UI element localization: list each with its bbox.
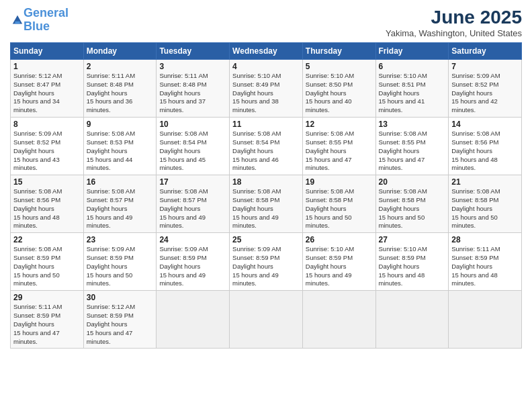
day-info: Sunrise: 5:10 AM Sunset: 8:59 PM Dayligh…: [379, 245, 446, 288]
day-info: Sunrise: 5:08 AM Sunset: 8:58 PM Dayligh…: [451, 187, 519, 230]
day-number: 28: [451, 235, 519, 244]
cell-week1-day2: 2 Sunrise: 5:11 AM Sunset: 8:48 PM Dayli…: [83, 60, 157, 118]
cell-week5-day2: 30 Sunrise: 5:12 AM Sunset: 8:59 PM Dayl…: [83, 291, 157, 349]
week-row-5: 29 Sunrise: 5:11 AM Sunset: 8:59 PM Dayl…: [11, 291, 522, 349]
cell-week2-day1: 8 Sunrise: 5:09 AM Sunset: 8:52 PM Dayli…: [11, 118, 84, 175]
col-monday: Monday: [83, 43, 157, 60]
cell-week2-day2: 9 Sunrise: 5:08 AM Sunset: 8:53 PM Dayli…: [83, 118, 157, 175]
day-info: Sunrise: 5:10 AM Sunset: 8:50 PM Dayligh…: [306, 72, 373, 115]
day-info: Sunrise: 5:08 AM Sunset: 8:55 PM Dayligh…: [379, 130, 446, 173]
logo-text: General Blue: [24, 7, 69, 34]
cell-week3-day2: 16 Sunrise: 5:08 AM Sunset: 8:57 PM Dayl…: [83, 175, 157, 233]
cell-week5-day4: [230, 291, 303, 349]
day-number: 24: [159, 235, 226, 244]
day-info: Sunrise: 5:09 AM Sunset: 8:59 PM Dayligh…: [232, 245, 300, 288]
day-info: Sunrise: 5:09 AM Sunset: 8:59 PM Dayligh…: [159, 245, 226, 288]
cell-week5-day6: [375, 291, 449, 349]
header-row: Sunday Monday Tuesday Wednesday Thursday…: [11, 43, 522, 60]
cell-week2-day6: 13 Sunrise: 5:08 AM Sunset: 8:55 PM Dayl…: [375, 118, 449, 175]
day-info: Sunrise: 5:10 AM Sunset: 8:59 PM Dayligh…: [306, 245, 373, 288]
day-number: 7: [451, 62, 519, 71]
month-year: June 2025: [386, 7, 522, 28]
day-number: 6: [379, 62, 446, 71]
col-tuesday: Tuesday: [157, 43, 230, 60]
cell-week4-day7: 28 Sunrise: 5:11 AM Sunset: 8:59 PM Dayl…: [449, 233, 522, 291]
logo-line1: General: [24, 6, 69, 19]
cell-week1-day6: 6 Sunrise: 5:10 AM Sunset: 8:51 PM Dayli…: [375, 60, 449, 118]
col-wednesday: Wednesday: [230, 43, 303, 60]
day-number: 29: [13, 293, 81, 302]
day-info: Sunrise: 5:12 AM Sunset: 8:59 PM Dayligh…: [87, 303, 154, 346]
cell-week1-day7: 7 Sunrise: 5:09 AM Sunset: 8:52 PM Dayli…: [449, 60, 522, 118]
cell-week3-day5: 19 Sunrise: 5:08 AM Sunset: 8:58 PM Dayl…: [302, 175, 375, 233]
day-number: 26: [306, 235, 373, 244]
week-row-2: 8 Sunrise: 5:09 AM Sunset: 8:52 PM Dayli…: [11, 118, 522, 175]
day-number: 30: [87, 293, 154, 302]
cell-week5-day3: [157, 291, 230, 349]
day-number: 4: [232, 62, 300, 71]
cell-week5-day5: [302, 291, 375, 349]
week-row-4: 22 Sunrise: 5:08 AM Sunset: 8:59 PM Dayl…: [11, 233, 522, 291]
day-number: 11: [232, 120, 300, 129]
day-info: Sunrise: 5:09 AM Sunset: 8:52 PM Dayligh…: [451, 72, 519, 115]
cell-week5-day7: [449, 291, 522, 349]
location: Yakima, Washington, United States: [386, 28, 522, 38]
day-number: 27: [379, 235, 446, 244]
day-number: 3: [159, 62, 226, 71]
day-info: Sunrise: 5:10 AM Sunset: 8:49 PM Dayligh…: [232, 72, 300, 115]
cell-week1-day4: 4 Sunrise: 5:10 AM Sunset: 8:49 PM Dayli…: [230, 60, 303, 118]
cell-week3-day7: 21 Sunrise: 5:08 AM Sunset: 8:58 PM Dayl…: [449, 175, 522, 233]
day-info: Sunrise: 5:08 AM Sunset: 8:58 PM Dayligh…: [232, 187, 300, 230]
day-number: 13: [379, 120, 446, 129]
day-number: 17: [159, 177, 226, 187]
cell-week1-day1: 1 Sunrise: 5:12 AM Sunset: 8:47 PM Dayli…: [11, 60, 84, 118]
day-number: 21: [451, 177, 519, 187]
cell-week2-day5: 12 Sunrise: 5:08 AM Sunset: 8:55 PM Dayl…: [302, 118, 375, 175]
day-number: 15: [13, 177, 81, 187]
day-number: 9: [87, 120, 154, 129]
title-block: June 2025 Yakima, Washington, United Sta…: [386, 7, 522, 38]
cell-week3-day3: 17 Sunrise: 5:08 AM Sunset: 8:57 PM Dayl…: [157, 175, 230, 233]
day-number: 22: [13, 235, 81, 244]
cell-week4-day1: 22 Sunrise: 5:08 AM Sunset: 8:59 PM Dayl…: [11, 233, 84, 291]
col-friday: Friday: [375, 43, 449, 60]
logo: General Blue: [10, 7, 69, 34]
cell-week2-day4: 11 Sunrise: 5:08 AM Sunset: 8:54 PM Dayl…: [230, 118, 303, 175]
day-number: 16: [87, 177, 154, 187]
cell-week4-day2: 23 Sunrise: 5:09 AM Sunset: 8:59 PM Dayl…: [83, 233, 157, 291]
cell-week4-day6: 27 Sunrise: 5:10 AM Sunset: 8:59 PM Dayl…: [375, 233, 449, 291]
day-number: 14: [451, 120, 519, 129]
calendar-body: 1 Sunrise: 5:12 AM Sunset: 8:47 PM Dayli…: [11, 60, 522, 349]
cell-week5-day1: 29 Sunrise: 5:11 AM Sunset: 8:59 PM Dayl…: [11, 291, 84, 349]
day-info: Sunrise: 5:08 AM Sunset: 8:54 PM Dayligh…: [232, 130, 300, 173]
day-number: 5: [306, 62, 373, 71]
day-number: 18: [232, 177, 300, 187]
day-number: 12: [306, 120, 373, 129]
cell-week4-day5: 26 Sunrise: 5:10 AM Sunset: 8:59 PM Dayl…: [302, 233, 375, 291]
day-info: Sunrise: 5:08 AM Sunset: 8:56 PM Dayligh…: [13, 187, 81, 230]
header: General Blue June 2025 Yakima, Washingto…: [10, 7, 522, 38]
day-info: Sunrise: 5:08 AM Sunset: 8:59 PM Dayligh…: [13, 245, 81, 288]
cell-week2-day7: 14 Sunrise: 5:08 AM Sunset: 8:56 PM Dayl…: [449, 118, 522, 175]
day-info: Sunrise: 5:11 AM Sunset: 8:48 PM Dayligh…: [159, 72, 226, 115]
day-info: Sunrise: 5:08 AM Sunset: 8:53 PM Dayligh…: [87, 130, 154, 173]
day-number: 10: [159, 120, 226, 129]
day-info: Sunrise: 5:09 AM Sunset: 8:52 PM Dayligh…: [13, 130, 81, 173]
page: General Blue June 2025 Yakima, Washingto…: [0, 0, 532, 411]
day-number: 23: [87, 235, 154, 244]
day-number: 1: [13, 62, 81, 71]
col-sunday: Sunday: [11, 43, 84, 60]
col-saturday: Saturday: [449, 43, 522, 60]
cell-week3-day4: 18 Sunrise: 5:08 AM Sunset: 8:58 PM Dayl…: [230, 175, 303, 233]
day-number: 25: [232, 235, 300, 244]
day-info: Sunrise: 5:12 AM Sunset: 8:47 PM Dayligh…: [13, 72, 81, 115]
day-info: Sunrise: 5:08 AM Sunset: 8:54 PM Dayligh…: [159, 130, 226, 173]
cell-week3-day6: 20 Sunrise: 5:08 AM Sunset: 8:58 PM Dayl…: [375, 175, 449, 233]
cell-week2-day3: 10 Sunrise: 5:08 AM Sunset: 8:54 PM Dayl…: [157, 118, 230, 175]
day-info: Sunrise: 5:11 AM Sunset: 8:48 PM Dayligh…: [87, 72, 154, 115]
day-info: Sunrise: 5:11 AM Sunset: 8:59 PM Dayligh…: [451, 245, 519, 288]
cell-week4-day4: 25 Sunrise: 5:09 AM Sunset: 8:59 PM Dayl…: [230, 233, 303, 291]
calendar-header: Sunday Monday Tuesday Wednesday Thursday…: [11, 43, 522, 60]
logo-line2: Blue: [24, 19, 50, 33]
day-info: Sunrise: 5:09 AM Sunset: 8:59 PM Dayligh…: [87, 245, 154, 288]
